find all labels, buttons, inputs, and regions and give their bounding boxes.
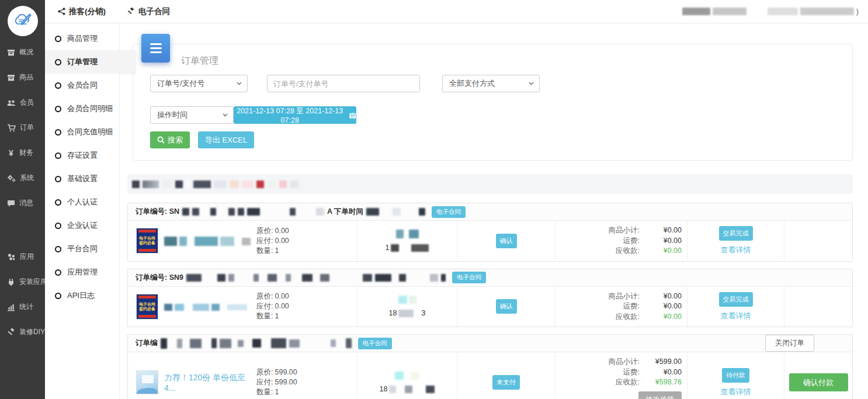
redacted-title [175,304,184,311]
product-thumbnail[interactable]: 电子合同 签约必备 [136,228,158,254]
order-sn: 订单编号: SN9 [136,273,183,283]
sidebar-item-system[interactable]: 系统 [0,165,45,190]
modify-price-button[interactable]: 修改价格 [638,391,682,399]
order-card-body: 力荐！120份 单份低至4... 原价:599.00 应付:599.00 数量:… [128,352,852,399]
confirm-payment-button[interactable]: 确认付款 [789,373,848,391]
select-value: 全部支付方式 [449,78,495,89]
time-type-select[interactable]: 操作时间 [150,106,234,124]
submenu-label: 会员合同明细 [67,103,113,114]
econtract-badge[interactable]: 电子合同 [452,272,486,283]
submenu-item-api-log[interactable]: API日志 [45,284,119,307]
status-badge: 交易完成 [719,226,753,241]
gavel-icon [127,8,135,15]
submenu-item-member-contract[interactable]: 会员合同 [45,74,119,97]
export-button-label: 导出 EXCEL [205,136,247,144]
topnav-econtract[interactable]: 电子合同 [127,6,170,17]
redacted-order-sn [192,208,199,216]
confirm-button[interactable]: 确认 [496,299,517,314]
redacted-buyer-phone [391,244,399,252]
action-cell [784,287,852,327]
buyer-phone-fragment: 18 [380,385,388,393]
redacted-user-name [682,8,710,15]
redacted-order-sn [228,274,234,282]
order-card: 订单编号: SN9 电子合同 [127,269,853,328]
sidebar-item-members[interactable]: 会员 [0,90,45,115]
order-status-tabs[interactable] [127,174,853,194]
redacted-order-sn [316,208,324,216]
submenu-item-app-mgmt[interactable]: 应用管理 [45,261,119,284]
product-title-redacted [164,301,256,312]
product-thumbnail[interactable]: 电子合同 签约必备 [136,294,158,320]
export-excel-button[interactable]: 导出 EXCEL [198,131,254,148]
menu-toggle-button[interactable] [141,34,170,63]
product-title-link[interactable]: 力荐！120份 单份低至4... [164,373,245,393]
sidebar-item-finance[interactable]: ¥ 财务 [0,140,45,165]
submenu-label: 基础设置 [67,174,98,184]
econtract-badge[interactable]: 电子合同 [432,206,466,218]
view-details-link[interactable]: 查看详情 [721,387,751,397]
share-icon [58,8,65,15]
redacted-buyer-phone [405,386,412,393]
order-card-header: 订单编 电子合同 关闭订单 [128,335,852,352]
redacted-user-account [768,8,798,15]
redacted-tab [279,181,287,188]
sidebar-item-label: 系统 [20,173,34,183]
submenu-item-basic-settings[interactable]: 基础设置 [45,167,119,190]
circle-bullet-icon [55,176,61,182]
keyword-input[interactable] [267,75,420,92]
redacted-order-sn [247,208,260,216]
redacted-tab [267,181,276,188]
calendar-icon [349,112,356,119]
sidebar-item-install-apps[interactable]: 安装应用 [0,269,45,294]
submenu-item-enterprise-auth[interactable]: 企业认证 [45,214,119,237]
econtract-badge[interactable]: 电子合同 [358,338,392,349]
receivable-label: 应收款: [616,377,640,388]
date-range-button[interactable]: 2021-12-13 07:28 至 2021-12-13 07:28 [234,106,356,124]
circle-bullet-icon [55,293,61,299]
message-icon [7,199,15,207]
submenu-item-member-contract-detail[interactable]: 会员合同明细 [45,97,119,120]
order-type-select[interactable]: 订单号/支付号 [150,75,248,92]
circle-bullet-icon [55,246,61,252]
confirm-cell: 确认 [457,221,555,261]
submenu-item-contract-recharge-detail[interactable]: 合同充值明细 [45,120,119,144]
product-thumbnail[interactable] [136,370,158,394]
quantity-label: 数量: [256,247,273,255]
app-logo[interactable] [8,6,38,36]
finance-icon: ¥ [7,148,15,158]
view-details-link[interactable]: 查看详情 [721,311,751,321]
submenu-item-order-mgmt[interactable]: 订单管理 [45,50,136,74]
view-details-link[interactable]: 查看详情 [721,245,751,255]
close-order-button[interactable]: 关闭订单 [765,335,814,352]
redacted-tab [143,181,159,188]
circle-bullet-icon [55,199,61,206]
redacted-user-account [800,8,854,15]
sidebar-item-orders[interactable]: 订单 [0,115,45,140]
pay-method-select[interactable]: 全部支付方式 [442,75,540,92]
status-cell: 待付款 查看详情 [687,352,784,399]
sidebar-item-apps[interactable]: 应用 [0,244,45,269]
submenu-label: 存证设置 [67,150,98,161]
redacted-order-time [399,274,406,282]
redacted-order-time [363,274,372,282]
search-button[interactable]: 搜索 [150,131,190,148]
sidebar-item-goods[interactable]: 商品 [0,65,45,90]
submenu-item-personal-auth[interactable]: 个人认证 [45,190,119,214]
submenu-item-evidence-settings[interactable]: 存证设置 [45,144,119,167]
submenu-item-goods-mgmt[interactable]: 商品管理 [45,27,119,50]
payable-value: 0.00 [275,237,289,245]
topbar-user-info[interactable]: ) [682,7,859,16]
unpaid-badge[interactable]: 未支付 [492,375,520,390]
confirm-button[interactable]: 确认 [496,234,517,248]
sidebar-item-messages[interactable]: 消息 [0,190,45,216]
app-root: 概况 商品 会员 订单 ¥ 财务 系统 [0,0,868,399]
sidebar-item-statistics[interactable]: 统计 [0,294,45,320]
sidebar-item-decorate-diy[interactable]: 装修DIY [0,320,45,345]
redacted-buyer-phone [411,244,429,252]
topbar: 推客(分销) 电子合同 ) [45,0,868,23]
submenu-item-platform-contract[interactable]: 平台合同 [45,237,119,261]
sidebar-item-overview[interactable]: 概况 [0,40,45,65]
order-sn: 订单编 [136,338,158,348]
topnav-tuike-distribution[interactable]: 推客(分销) [58,6,106,17]
payable-value: 599.00 [275,378,297,386]
